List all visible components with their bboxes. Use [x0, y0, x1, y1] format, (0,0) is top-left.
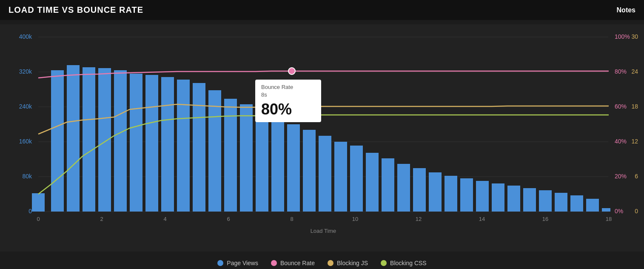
bar-23	[397, 164, 410, 212]
y-num-0: 0	[635, 208, 638, 215]
bar-34	[570, 195, 583, 212]
y-pct-100: 100%	[615, 33, 630, 40]
x-label-10: 10	[352, 216, 358, 222]
legend-blocking-js: Blocking JS	[328, 260, 368, 266]
tooltip-title-text: Bounce Rate	[261, 84, 293, 90]
y-pct-80: 80%	[615, 68, 627, 75]
y-num-6: 6	[635, 173, 638, 180]
chart-svg: 400k 320k 240k 160k 80k 0 100% 80% 60% 4…	[0, 24, 644, 252]
x-label-0: 0	[37, 216, 40, 222]
x-label-16: 16	[542, 216, 548, 222]
legend-label-blocking-js: Blocking JS	[337, 260, 368, 266]
bar-20	[350, 146, 363, 212]
y-label-400k: 400k	[19, 33, 32, 40]
y-num-12: 12	[631, 138, 638, 145]
bar-25	[429, 172, 442, 212]
legend-dot-page-views	[217, 260, 223, 266]
legend-dot-blocking-css	[381, 260, 387, 266]
x-label-8: 8	[290, 216, 293, 222]
bar-0	[32, 193, 45, 212]
bar-3	[83, 67, 95, 212]
bar-36	[602, 208, 610, 212]
y-label-0: 0	[28, 208, 32, 215]
bar-21	[366, 153, 379, 212]
bar-14	[256, 112, 268, 212]
bar-28	[476, 181, 489, 212]
chart-container: LOAD TIME VS BOUNCE RATE Notes 400k 320k…	[0, 0, 644, 269]
chart-header: LOAD TIME VS BOUNCE RATE Notes	[0, 0, 644, 20]
bar-5	[114, 70, 127, 212]
legend-blocking-css: Blocking CSS	[381, 260, 427, 266]
legend-page-views: Page Views	[217, 260, 258, 266]
bar-22	[382, 158, 394, 212]
legend-label-page-views: Page Views	[227, 260, 258, 266]
bar-6	[130, 74, 142, 212]
bar-8	[161, 77, 174, 212]
legend-label-bounce-rate: Bounce Rate	[280, 260, 315, 266]
bar-13	[240, 104, 253, 212]
x-label-18: 18	[606, 216, 612, 222]
chart-title: LOAD TIME VS BOUNCE RATE	[9, 5, 143, 15]
bar-26	[445, 176, 457, 212]
y-pct-40: 40%	[615, 138, 627, 145]
tooltip-value-text: 80%	[261, 100, 292, 118]
chart-body: 400k 320k 240k 160k 80k 0 100% 80% 60% 4…	[0, 20, 644, 269]
chart-notes[interactable]: Notes	[617, 6, 635, 14]
y-label-160k: 160k	[19, 138, 32, 145]
bar-2	[67, 65, 80, 212]
x-label-4: 4	[163, 216, 166, 222]
bar-16	[287, 124, 300, 212]
x-label-12: 12	[416, 216, 422, 222]
bar-35	[586, 199, 599, 212]
y-num-18: 18	[631, 103, 638, 110]
bar-30	[507, 186, 520, 212]
bar-4	[98, 68, 111, 212]
bar-32	[539, 190, 552, 212]
bar-18	[319, 136, 331, 212]
bar-10	[193, 83, 205, 212]
y-pct-20: 20%	[615, 173, 627, 180]
legend-label-blocking-css: Blocking CSS	[390, 260, 427, 266]
y-label-240k: 240k	[19, 103, 32, 110]
bar-24	[413, 168, 426, 212]
y-pct-0: 0%	[615, 208, 623, 215]
bar-9	[177, 80, 190, 212]
y-num-30: 30	[631, 33, 638, 40]
bar-17	[303, 130, 316, 212]
bar-27	[460, 178, 473, 212]
legend-dot-blocking-js	[328, 260, 333, 266]
y-label-320k: 320k	[19, 68, 32, 75]
bar-29	[492, 183, 504, 212]
bar-1	[51, 70, 64, 212]
bar-19	[334, 142, 347, 212]
x-label-14: 14	[479, 216, 485, 222]
bar-11	[208, 90, 221, 212]
bar-7	[145, 75, 158, 212]
x-label-2: 2	[100, 216, 103, 222]
x-label-6: 6	[227, 216, 230, 222]
bounce-rate-dot	[288, 68, 295, 74]
bar-15	[271, 118, 284, 212]
y-num-24: 24	[631, 68, 638, 75]
bar-33	[555, 193, 567, 212]
legend-dot-bounce-rate	[271, 260, 277, 266]
y-pct-60: 60%	[615, 103, 627, 110]
y-label-80k: 80k	[22, 173, 32, 180]
chart-legend: Page Views Bounce Rate Blocking JS Block…	[0, 253, 644, 269]
bar-31	[523, 188, 536, 212]
x-axis-label: Load Time	[311, 228, 336, 234]
legend-bounce-rate: Bounce Rate	[271, 260, 315, 266]
tooltip-time-text: 8s	[261, 92, 267, 98]
